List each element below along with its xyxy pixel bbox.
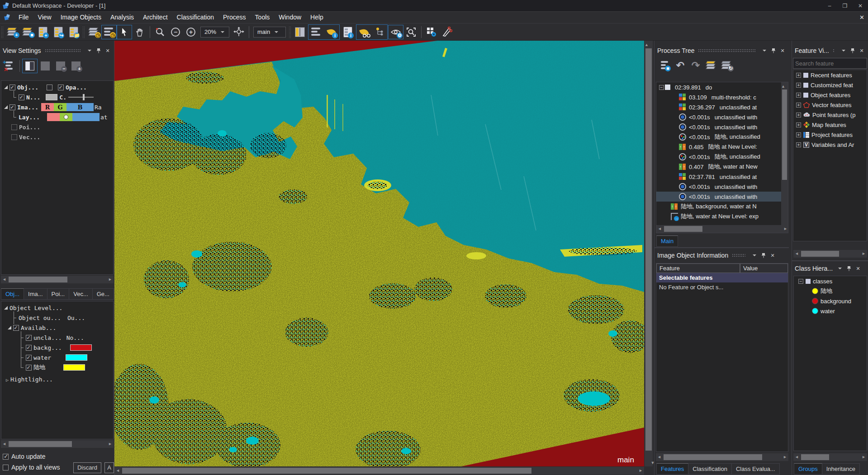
- feature-item-object[interactable]: + Object features: [793, 90, 867, 100]
- expand-icon[interactable]: +: [796, 103, 801, 108]
- layer-red-cell[interactable]: [47, 113, 60, 121]
- tree-row-point[interactable]: Poi...: [11, 122, 40, 132]
- image-object-information-button[interactable]: i: [340, 25, 356, 39]
- apply-all-views-checkbox[interactable]: [3, 465, 9, 470]
- tree-row-image[interactable]: Ima... R G B Ra: [4, 103, 102, 112]
- drag-handle[interactable]: [833, 49, 835, 52]
- scrollbar-thumb[interactable]: [645, 48, 652, 451]
- tree-row-object-level[interactable]: Object Level...: [4, 303, 62, 312]
- draw-polygon-button[interactable]: [439, 25, 455, 39]
- expander-closed-icon[interactable]: [6, 376, 9, 383]
- layer-green-cell[interactable]: [60, 113, 72, 121]
- close-icon[interactable]: [769, 252, 776, 259]
- feature-item-variables[interactable]: + V Variables and Ar: [793, 140, 867, 150]
- workspace-settings-button[interactable]: [424, 25, 439, 39]
- chevron-down-icon[interactable]: [840, 47, 847, 54]
- process-row[interactable]: <0.001s陆地, unclassified: [656, 132, 788, 142]
- feature-item-recent[interactable]: + Recent features: [793, 70, 867, 80]
- magnify-window-button[interactable]: [403, 25, 419, 39]
- background-color-swatch[interactable]: [70, 344, 92, 351]
- tree-row-object-outline[interactable]: Object ou... Ou...: [11, 313, 85, 322]
- feature-search-box[interactable]: [793, 58, 867, 69]
- menu-classification[interactable]: Classification: [172, 12, 218, 23]
- scrollbar-thumb[interactable]: [664, 226, 702, 232]
- close-icon[interactable]: [854, 265, 862, 272]
- toolbar-grip[interactable]: [1, 26, 4, 38]
- red-channel-cell[interactable]: R: [41, 103, 54, 111]
- process-row[interactable]: 03.109multi-threshold: c: [656, 92, 788, 102]
- new-project-button[interactable]: +: [5, 25, 20, 39]
- navigate-button[interactable]: [231, 25, 247, 39]
- viewer-hscrollbar[interactable]: [114, 467, 644, 475]
- restore-button[interactable]: ❐: [837, 0, 853, 11]
- class-row-land[interactable]: 陆地: [794, 286, 867, 296]
- apply-button[interactable]: A: [104, 462, 114, 473]
- load-image-data-button[interactable]: ◷: [86, 25, 101, 39]
- scroll-right-icon[interactable]: [107, 441, 114, 447]
- process-row[interactable]: <0.001sunclassified with: [656, 122, 788, 132]
- menu-process[interactable]: Process: [218, 12, 251, 23]
- column-value[interactable]: Value: [740, 263, 788, 273]
- document-close-icon[interactable]: ✕: [859, 14, 864, 21]
- scrollbar-thumb[interactable]: [664, 454, 762, 460]
- feature-item-project[interactable]: + Project features: [793, 130, 867, 140]
- land-color-swatch[interactable]: [63, 364, 85, 371]
- tab-class-evaluation[interactable]: Class Evalua...: [732, 463, 780, 475]
- zoom-select-button[interactable]: [152, 25, 168, 39]
- decrease-view-button[interactable]: −: [53, 59, 68, 73]
- scroll-up-icon[interactable]: [645, 42, 649, 47]
- class-root-row[interactable]: − classes: [794, 276, 867, 286]
- point-checkbox[interactable]: [11, 124, 17, 130]
- tree-row-background-class[interactable]: backg...: [19, 343, 92, 352]
- column-feature[interactable]: Feature: [656, 263, 740, 273]
- pin-icon[interactable]: [849, 47, 856, 54]
- object-tree-hscrollbar[interactable]: [1, 440, 114, 448]
- drag-handle[interactable]: [45, 49, 81, 52]
- class-row-background[interactable]: background: [794, 296, 867, 306]
- expand-icon[interactable]: +: [796, 132, 801, 137]
- tab-point-clouds[interactable]: Poi...: [47, 288, 70, 300]
- undo-button[interactable]: ↶: [673, 58, 688, 73]
- tab-vector-layers[interactable]: Vec...: [69, 288, 93, 300]
- layer-blue-cell[interactable]: [72, 113, 100, 121]
- increase-view-button[interactable]: +: [68, 59, 84, 73]
- scrollbar-thumb[interactable]: [122, 468, 531, 474]
- layer-view-button[interactable]: [38, 59, 53, 73]
- zoom-level-dropdown[interactable]: 20%: [200, 27, 229, 38]
- view-settings-hscrollbar[interactable]: [1, 276, 114, 283]
- expander-open-icon[interactable]: [4, 85, 8, 89]
- menu-tools[interactable]: Tools: [251, 12, 275, 23]
- class-hierarchy-button[interactable]: [372, 25, 387, 39]
- scroll-left-icon[interactable]: [114, 467, 121, 474]
- expand-icon[interactable]: +: [796, 142, 801, 147]
- chevron-down-icon[interactable]: [836, 265, 844, 272]
- process-tree-view[interactable]: − 02:39.891do 03.109multi-threshold: c 0…: [656, 82, 788, 233]
- scroll-right-icon[interactable]: [860, 454, 867, 461]
- land-checkbox[interactable]: [26, 365, 32, 371]
- view-processes-button[interactable]: [308, 25, 324, 39]
- scroll-right-icon[interactable]: [782, 454, 788, 461]
- tree-row-unclassified[interactable]: uncla... No...: [19, 333, 84, 342]
- ioi-hscrollbar[interactable]: [656, 453, 788, 461]
- process-row[interactable]: 02:36.297unclassified at: [656, 102, 788, 112]
- process-row[interactable]: <0.001sunclassified with: [656, 112, 788, 122]
- cursor-select-button[interactable]: [117, 25, 132, 39]
- tab-main[interactable]: Main: [656, 235, 678, 247]
- scrollbar-thumb[interactable]: [9, 441, 72, 447]
- expand-icon[interactable]: +: [796, 93, 801, 98]
- collapse-icon[interactable]: −: [659, 85, 664, 90]
- expand-icon[interactable]: +: [796, 113, 801, 118]
- chevron-down-icon[interactable]: [761, 47, 768, 54]
- drag-handle[interactable]: [698, 49, 755, 52]
- neutral-color-swatch[interactable]: [46, 94, 57, 100]
- close-icon[interactable]: [858, 47, 865, 54]
- tab-features[interactable]: Features: [656, 463, 688, 475]
- expand-icon[interactable]: +: [796, 83, 801, 88]
- feature-view-button[interactable]: [356, 25, 372, 39]
- scroll-right-icon[interactable]: [107, 276, 114, 283]
- pan-hand-button[interactable]: [132, 25, 147, 39]
- toolbar-grip[interactable]: [82, 26, 85, 38]
- expander-open-icon[interactable]: [4, 105, 8, 109]
- process-row-selected[interactable]: <0.001sunclassified with: [656, 192, 788, 202]
- close-icon[interactable]: [779, 47, 786, 54]
